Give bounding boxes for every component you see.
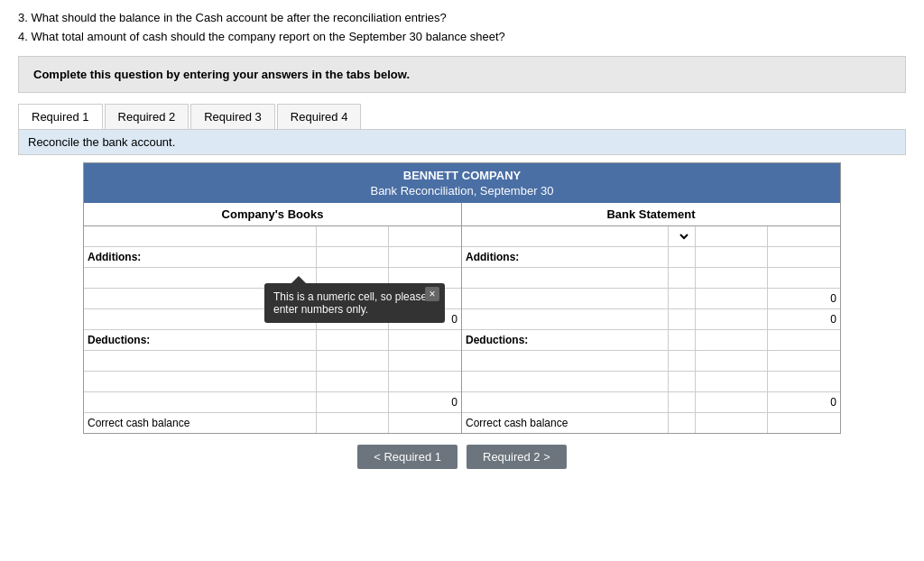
books-correct-val-2[interactable] <box>389 413 461 433</box>
bank-val-2[interactable] <box>768 226 840 246</box>
bank-ded-input-1[interactable] <box>699 334 763 346</box>
bank-dropdown-cell[interactable]: ▼ <box>669 226 696 246</box>
bank-add-label-1 <box>462 268 669 288</box>
bank-ded-label-2 <box>462 372 669 391</box>
bank-add-drop <box>669 247 696 267</box>
bank-add-v-6: 0 <box>768 309 840 329</box>
bank-label-1 <box>462 226 669 246</box>
books-correct-label: Correct cash balance <box>84 413 317 433</box>
bank-deductions-row: Deductions: <box>462 330 840 351</box>
bank-add-v-1[interactable] <box>696 268 768 288</box>
books-ded-total-input[interactable] <box>320 396 384 409</box>
books-ded-input-1[interactable] <box>320 334 384 346</box>
bank-additions-row: Additions: <box>462 247 840 268</box>
bank-add-d-2 <box>669 289 696 308</box>
books-ded-1[interactable] <box>317 330 389 350</box>
books-add-1[interactable] <box>317 247 389 267</box>
bank-ded-total-label <box>462 392 669 412</box>
books-ded-total-1[interactable] <box>317 392 389 412</box>
bank-input-1[interactable] <box>699 230 763 243</box>
prev-button[interactable]: < Required 1 <box>357 445 457 469</box>
books-ded-input-val-1[interactable] <box>320 354 384 367</box>
instruction-line3: 3. What should the balance in the Cash a… <box>18 9 906 28</box>
bank-add-label-2 <box>462 289 669 308</box>
bank-add-input-v2[interactable] <box>699 292 763 305</box>
bank-ded-v-3[interactable] <box>696 372 768 391</box>
tabs-row: Required 1 Required 2 Required 3 Require… <box>18 104 906 129</box>
books-input-field-2[interactable] <box>393 230 457 243</box>
tab-required-2[interactable]: Required 2 <box>105 104 189 129</box>
books-add-2[interactable] <box>389 247 461 267</box>
books-ded-label-1 <box>84 351 317 371</box>
books-ded-total-label <box>84 392 317 412</box>
books-input-2[interactable] <box>389 226 461 246</box>
tab-required-4[interactable]: Required 4 <box>277 104 362 129</box>
books-input-1[interactable] <box>317 226 389 246</box>
table-header: BENNETT COMPANY Bank Reconciliation, Sep… <box>84 163 840 203</box>
bank-add-v-4: 0 <box>768 289 840 308</box>
reconciliation-table: BENNETT COMPANY Bank Reconciliation, Sep… <box>83 162 841 434</box>
banner-text: Complete this question by entering your … <box>33 68 410 81</box>
tab-required-3[interactable]: Required 3 <box>190 104 275 129</box>
bank-col-header: Bank Statement <box>462 203 840 225</box>
bank-add-d-3 <box>669 309 696 329</box>
reconcile-label: Reconcile the bank account. <box>18 130 906 155</box>
books-correct-input[interactable] <box>320 417 384 429</box>
bank-add-1[interactable] <box>696 247 768 267</box>
books-ded-val-1[interactable] <box>317 351 389 371</box>
bank-dropdown[interactable]: ▼ <box>672 229 691 244</box>
books-side: Additions: × This is a numeric cell, so … <box>84 226 462 433</box>
tooltip-overlay: × This is a numeric cell, so please ente… <box>264 276 445 323</box>
table-body: Additions: × This is a numeric cell, so … <box>84 226 840 433</box>
bank-ded-d-2 <box>669 351 696 371</box>
books-ded-val-3[interactable] <box>317 372 389 391</box>
instructions: 3. What should the balance in the Cash a… <box>18 9 906 47</box>
bank-correct-v-1[interactable] <box>696 413 768 433</box>
bank-add-v-3[interactable] <box>696 289 768 308</box>
tabs-container: Required 1 Required 2 Required 3 Require… <box>18 104 906 130</box>
bank-input-2[interactable] <box>772 230 836 243</box>
tooltip-arrow <box>291 276 306 283</box>
bank-correct-d <box>669 413 696 433</box>
bank-add-row-3: 0 <box>462 309 840 330</box>
bank-correct-input-1[interactable] <box>699 417 763 429</box>
bank-ded-total-2: 0 <box>768 392 840 412</box>
bank-correct-input-2[interactable] <box>772 417 836 429</box>
bank-ded-total-1[interactable] <box>696 392 768 412</box>
bank-ded-2 <box>768 330 840 350</box>
books-correct-input-2[interactable] <box>393 417 457 429</box>
bank-add-v-5[interactable] <box>696 309 768 329</box>
bank-val-1[interactable] <box>696 226 768 246</box>
bank-ded-total-input[interactable] <box>699 396 763 409</box>
bank-add-input-v3[interactable] <box>699 313 763 326</box>
books-input-field-1[interactable] <box>320 230 384 243</box>
books-correct-val-1[interactable] <box>317 413 389 433</box>
table-subtitle: Bank Reconciliation, September 30 <box>88 184 836 198</box>
bank-ded-v-4 <box>768 372 840 391</box>
books-ded-val-4 <box>389 372 461 391</box>
books-correct-balance-row: Correct cash balance <box>84 413 461 433</box>
bank-ded-1[interactable] <box>696 330 768 350</box>
bank-opening-row: ▼ <box>462 226 840 247</box>
bank-ded-d-3 <box>669 372 696 391</box>
books-ded-input-val-2[interactable] <box>320 375 384 388</box>
tooltip-close-button[interactable]: × <box>425 287 439 301</box>
tab-required-1[interactable]: Required 1 <box>18 104 103 129</box>
bank-add-input-v1[interactable] <box>699 271 763 284</box>
table-title: BENNETT COMPANY <box>88 169 836 182</box>
bank-ded-v-1[interactable] <box>696 351 768 371</box>
column-headers: Company's Books Bank Statement <box>84 203 840 226</box>
next-button[interactable]: Required 2 > <box>467 445 567 469</box>
bank-ded-input-v2[interactable] <box>699 375 763 388</box>
books-ded-total-row: 0 <box>84 392 461 413</box>
bank-correct-v-2[interactable] <box>768 413 840 433</box>
books-label-1 <box>84 226 317 246</box>
bank-ded-row-1 <box>462 351 840 372</box>
bank-add-input-1[interactable] <box>699 251 763 263</box>
books-add-input-1[interactable] <box>320 251 384 263</box>
bank-correct-row: Correct cash balance <box>462 413 840 433</box>
bank-add-2 <box>768 247 840 267</box>
bank-ded-input-v1[interactable] <box>699 354 763 367</box>
books-col-header: Company's Books <box>84 203 462 225</box>
books-deductions-row: Deductions: <box>84 330 461 351</box>
